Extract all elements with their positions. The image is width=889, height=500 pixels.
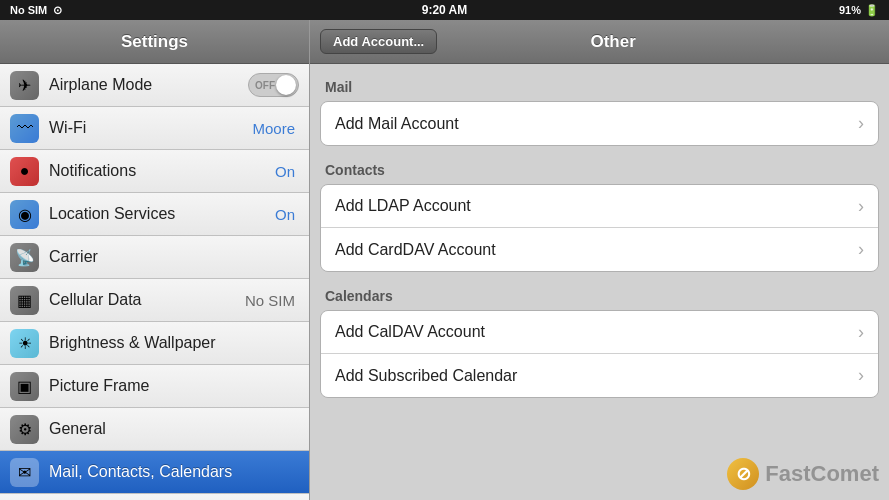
watermark-text: FastComet bbox=[765, 461, 879, 487]
picture-frame-icon: ▣ bbox=[10, 372, 39, 401]
wifi-icon: 〰 bbox=[10, 114, 39, 143]
time-display: 9:20 AM bbox=[422, 3, 468, 17]
contacts-list-group: Add LDAP Account › Add CardDAV Account › bbox=[320, 184, 879, 272]
battery-icon: 🔋 bbox=[865, 4, 879, 17]
right-panel-header: Add Account... Other bbox=[310, 20, 889, 64]
sidebar-item-wifi[interactable]: 〰 Wi-Fi Moore bbox=[0, 107, 309, 150]
add-subscribed-calendar-row[interactable]: Add Subscribed Calendar › bbox=[321, 354, 878, 397]
sidebar-header: Settings bbox=[0, 20, 309, 64]
notifications-icon: ● bbox=[10, 157, 39, 186]
add-carddav-account-row[interactable]: Add CardDAV Account › bbox=[321, 228, 878, 271]
sidebar-item-carrier[interactable]: 📡 Carrier bbox=[0, 236, 309, 279]
add-mail-account-chevron: › bbox=[858, 113, 864, 134]
sidebar-item-cellular-data[interactable]: ▦ Cellular Data No SIM bbox=[0, 279, 309, 322]
cellular-data-icon: ▦ bbox=[10, 286, 39, 315]
mail-contacts-calendars-icon: ✉ bbox=[10, 458, 39, 487]
general-label: General bbox=[49, 420, 299, 438]
section-label-calendars: Calendars bbox=[320, 288, 879, 304]
sidebar-item-airplane-mode[interactable]: ✈ Airplane Mode OFF bbox=[0, 64, 309, 107]
carrier-label: Carrier bbox=[49, 248, 299, 266]
location-services-icon: ◉ bbox=[10, 200, 39, 229]
sidebar-item-picture-frame[interactable]: ▣ Picture Frame bbox=[0, 365, 309, 408]
picture-frame-label: Picture Frame bbox=[49, 377, 299, 395]
add-caldav-account-label: Add CalDAV Account bbox=[335, 323, 858, 341]
carrier-icon: 📡 bbox=[10, 243, 39, 272]
sidebar-item-safari[interactable]: ◎ Safari bbox=[0, 494, 309, 500]
location-services-label: Location Services bbox=[49, 205, 275, 223]
brightness-wallpaper-label: Brightness & Wallpaper bbox=[49, 334, 299, 352]
add-carddav-account-chevron: › bbox=[858, 239, 864, 260]
mail-contacts-calendars-label: Mail, Contacts, Calendars bbox=[49, 463, 299, 481]
add-mail-account-row[interactable]: Add Mail Account › bbox=[321, 102, 878, 145]
wifi-icon: ⊙ bbox=[53, 4, 62, 17]
sidebar-item-notifications[interactable]: ● Notifications On bbox=[0, 150, 309, 193]
right-panel-title: Other bbox=[447, 32, 779, 52]
watermark-icon: ⊘ bbox=[727, 458, 759, 490]
add-caldav-account-chevron: › bbox=[858, 322, 864, 343]
wifi-value: Moore bbox=[252, 120, 295, 137]
general-icon: ⚙ bbox=[10, 415, 39, 444]
section-label-contacts: Contacts bbox=[320, 162, 879, 178]
watermark: ⊘ FastComet bbox=[727, 458, 879, 490]
add-ldap-account-chevron: › bbox=[858, 196, 864, 217]
wifi-label: Wi-Fi bbox=[49, 119, 252, 137]
add-subscribed-calendar-label: Add Subscribed Calendar bbox=[335, 367, 858, 385]
right-panel: Add Account... Other Mail Add Mail Accou… bbox=[310, 20, 889, 500]
add-caldav-account-row[interactable]: Add CalDAV Account › bbox=[321, 311, 878, 354]
mail-list-group: Add Mail Account › bbox=[320, 101, 879, 146]
right-panel-content: Mail Add Mail Account › Contacts Add LDA… bbox=[310, 64, 889, 429]
battery-label: 91% bbox=[839, 4, 861, 16]
add-ldap-account-label: Add LDAP Account bbox=[335, 197, 858, 215]
cellular-data-label: Cellular Data bbox=[49, 291, 245, 309]
add-ldap-account-row[interactable]: Add LDAP Account › bbox=[321, 185, 878, 228]
section-label-mail: Mail bbox=[320, 79, 879, 95]
sidebar-item-general[interactable]: ⚙ General bbox=[0, 408, 309, 451]
airplane-mode-label: Airplane Mode bbox=[49, 76, 248, 94]
add-carddav-account-label: Add CardDAV Account bbox=[335, 241, 858, 259]
calendars-list-group: Add CalDAV Account › Add Subscribed Cale… bbox=[320, 310, 879, 398]
status-bar: No SIM ⊙ 9:20 AM 91% 🔋 bbox=[0, 0, 889, 20]
notifications-label: Notifications bbox=[49, 162, 275, 180]
sidebar-item-mail-contacts-calendars[interactable]: ✉ Mail, Contacts, Calendars bbox=[0, 451, 309, 494]
airplane-mode-toggle[interactable]: OFF bbox=[248, 73, 299, 97]
sidebar-item-brightness-wallpaper[interactable]: ☀ Brightness & Wallpaper bbox=[0, 322, 309, 365]
sidebar: Settings ✈ Airplane Mode OFF 〰 Wi-Fi Moo… bbox=[0, 20, 310, 500]
sidebar-title: Settings bbox=[121, 32, 188, 52]
add-mail-account-label: Add Mail Account bbox=[335, 115, 858, 133]
location-services-value: On bbox=[275, 206, 295, 223]
carrier-label: No SIM bbox=[10, 4, 47, 16]
sidebar-item-location-services[interactable]: ◉ Location Services On bbox=[0, 193, 309, 236]
add-account-button[interactable]: Add Account... bbox=[320, 29, 437, 54]
add-subscribed-calendar-chevron: › bbox=[858, 365, 864, 386]
brightness-wallpaper-icon: ☀ bbox=[10, 329, 39, 358]
cellular-data-value: No SIM bbox=[245, 292, 295, 309]
airplane-mode-icon: ✈ bbox=[10, 71, 39, 100]
notifications-value: On bbox=[275, 163, 295, 180]
